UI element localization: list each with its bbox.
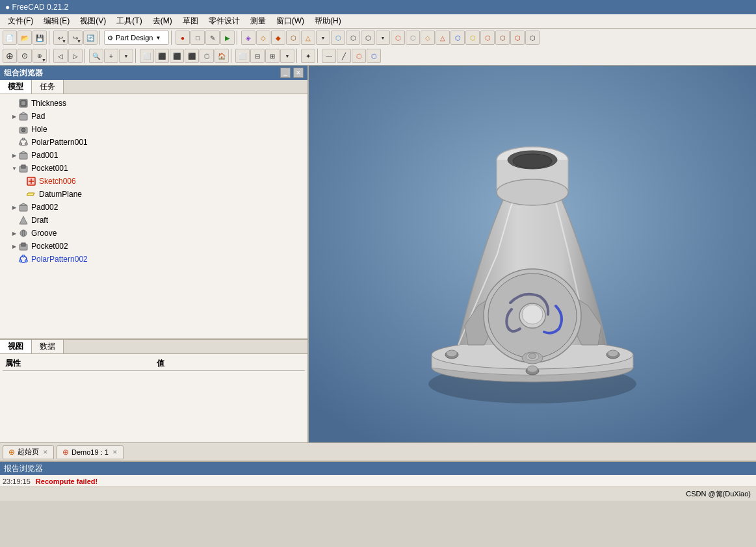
tab-start-page[interactable]: ⊕ 起始页 ✕ [3, 445, 54, 459]
view-zoom-in2[interactable]: + [104, 49, 118, 63]
new-button[interactable]: 📄 [3, 31, 17, 45]
tree-item-draft[interactable]: Draft [0, 214, 307, 227]
view-zoom-out[interactable]: ▼ [119, 49, 133, 63]
tb18[interactable]: ⬡ [495, 31, 510, 45]
menu-sketch[interactable]: 草图 [177, 14, 203, 28]
expand-hole[interactable] [10, 125, 18, 133]
tb2[interactable]: ◇ [256, 31, 270, 45]
tab-view[interactable]: 视图 [0, 340, 32, 353]
menu-help[interactable]: 帮助(H) [309, 14, 346, 28]
tb9[interactable]: ⬡ [361, 31, 375, 45]
tree-item-pad001[interactable]: ▶ Pad001 [0, 149, 307, 162]
tree-item-pad002[interactable]: ▶ Pad002 [0, 201, 307, 214]
tb1[interactable]: ◈ [241, 31, 255, 45]
box-button[interactable]: □ [190, 31, 205, 45]
measure3[interactable]: ╱ [337, 49, 351, 63]
zoom-fit[interactable]: ⊕ [3, 49, 17, 63]
redo-button[interactable]: ↪▼ [68, 31, 83, 45]
expand-polarpat002[interactable] [10, 255, 18, 263]
start-page-close[interactable]: ✕ [43, 449, 48, 455]
open-button[interactable]: 📂 [18, 31, 32, 45]
tb13[interactable]: ◇ [421, 31, 435, 45]
tb12[interactable]: ⬡ [406, 31, 420, 45]
view-front[interactable]: ⬛ [155, 49, 169, 63]
tab-data[interactable]: 数据 [32, 340, 64, 353]
refresh-button[interactable]: 🔄 [83, 31, 98, 45]
measure2[interactable]: — [322, 49, 336, 63]
tb3[interactable]: ◆ [271, 31, 285, 45]
menu-window[interactable]: 窗口(W) [271, 14, 309, 28]
tree-item-pocket001[interactable]: ▼ Pocket001 [0, 162, 307, 175]
tb6[interactable]: ▼ [316, 31, 330, 45]
tab-model[interactable]: 模型 [0, 80, 32, 94]
expand-polarpat001[interactable] [10, 138, 18, 146]
tree-item-polarpat001[interactable]: PolarPattern001 [0, 136, 307, 149]
tree-item-sketch006[interactable]: Sketch006 [0, 175, 307, 188]
expand-datumplane[interactable] [18, 190, 26, 198]
tb4[interactable]: ⬡ [286, 31, 300, 45]
view-right2[interactable]: ⬛ [185, 49, 199, 63]
expand-pocket001[interactable]: ▼ [10, 164, 18, 172]
menu-file[interactable]: 文件(F) [3, 14, 38, 28]
tb5[interactable]: △ [301, 31, 315, 45]
undo-button[interactable]: ↩▼ [53, 31, 68, 45]
tb19[interactable]: ⬡ [510, 31, 525, 45]
view-persp[interactable]: ⬡ [200, 49, 214, 63]
view-standard[interactable]: ⬜ [140, 49, 154, 63]
expand-thickness[interactable] [10, 99, 18, 107]
expand-pad001[interactable]: ▶ [10, 151, 18, 159]
menu-partdesign[interactable]: 零件设计 [203, 14, 245, 28]
view-right[interactable]: ▷ [68, 49, 83, 63]
menu-go[interactable]: 去(M) [148, 14, 177, 28]
tree-item-pad[interactable]: ▶ Pad [0, 110, 307, 123]
menu-view[interactable]: 视图(V) [75, 14, 111, 28]
view-rotate[interactable]: ⊕▼ [33, 49, 47, 63]
view-section[interactable]: ⊞ [265, 49, 280, 63]
view-left[interactable]: ◁ [53, 49, 68, 63]
tb7[interactable]: ⬡ [331, 31, 345, 45]
tree-item-hole[interactable]: Hole [0, 123, 307, 136]
demo19-close[interactable]: ✕ [112, 449, 118, 455]
view-extra[interactable]: ▼ [280, 49, 294, 63]
tree-item-groove[interactable]: ▶ Groove [0, 227, 307, 240]
edit-button[interactable]: ✎ [205, 31, 220, 45]
panel-close[interactable]: ✕ [293, 68, 304, 78]
tab-task[interactable]: 任务 [32, 80, 64, 94]
expand-draft[interactable] [10, 216, 18, 224]
tree-item-thickness[interactable]: Thickness [0, 97, 307, 110]
tb16[interactable]: ⬡ [465, 31, 480, 45]
save-button[interactable]: 💾 [33, 31, 47, 45]
view-zoom-in[interactable]: 🔍 [89, 49, 103, 63]
view-top[interactable]: ⬛ [170, 49, 184, 63]
expand-pocket002[interactable]: ▶ [10, 242, 18, 250]
tb20[interactable]: ⬡ [525, 31, 540, 45]
menu-edit[interactable]: 编辑(E) [38, 14, 75, 28]
workbench-dropdown[interactable]: ⚙ Part Design ▼ [104, 31, 169, 45]
tab-demo19[interactable]: ⊕ Demo19 : 1 ✕ [57, 445, 124, 459]
tree-item-datumplane[interactable]: DatumPlane [0, 188, 307, 201]
tree-item-polarpat002[interactable]: PolarPattern002 [0, 253, 307, 266]
view-home[interactable]: 🏠 [215, 49, 229, 63]
expand-pad[interactable]: ▶ [10, 112, 18, 120]
view-clipping[interactable]: ⊟ [250, 49, 265, 63]
tree-item-pocket002[interactable]: ▶ Pocket002 [0, 240, 307, 253]
tb15[interactable]: ⬡ [450, 31, 465, 45]
tb14[interactable]: △ [436, 31, 450, 45]
expand-pad002[interactable]: ▶ [10, 203, 18, 211]
menu-measure[interactable]: 测量 [245, 14, 271, 28]
panel-minimize[interactable]: _ [280, 68, 291, 78]
tb8[interactable]: ⬡ [346, 31, 360, 45]
tb17[interactable]: ⬡ [480, 31, 495, 45]
view-box[interactable]: ⬜ [235, 49, 250, 63]
measure5[interactable]: ⬡ [367, 49, 381, 63]
3d-viewport[interactable] [309, 66, 756, 442]
measure4[interactable]: ⬡ [352, 49, 366, 63]
expand-groove[interactable]: ▶ [10, 229, 18, 237]
tb11[interactable]: ⬡ [391, 31, 405, 45]
zoom-sel[interactable]: ⊙ [18, 49, 32, 63]
menu-tools[interactable]: 工具(T) [111, 14, 147, 28]
sphere-button[interactable]: ● [176, 31, 190, 45]
tb10[interactable]: ▼ [376, 31, 390, 45]
expand-sketch006[interactable] [18, 177, 26, 185]
play-button[interactable]: ▶ [220, 31, 235, 45]
